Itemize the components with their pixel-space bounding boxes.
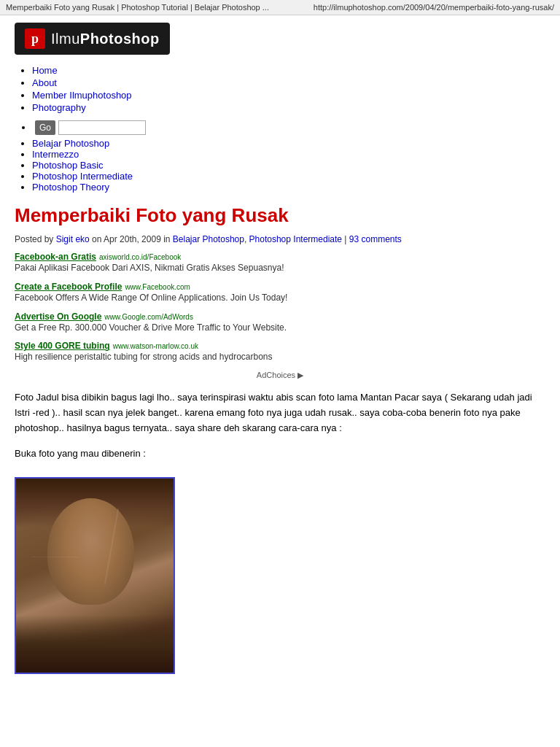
ad-choices: AdChoices ▶ xyxy=(15,371,545,380)
nav-item-about[interactable]: About xyxy=(32,77,57,88)
article-title: Memperbaiki Foto yang Rusak xyxy=(15,204,545,227)
ad-url: www.watson-marlow.co.uk xyxy=(113,342,198,350)
nav-item-member-ilmuphotoshop[interactable]: Member Ilmuphotoshop xyxy=(32,90,132,101)
sub-nav-list-item: Photoshop Intermediate xyxy=(32,171,545,182)
ad-desc: Get a Free Rp. 300.000 Voucher & Drive M… xyxy=(15,322,545,334)
browser-url-right: http://ilmuphotoshop.com/2009/04/20/memp… xyxy=(280,3,554,12)
ad-title-link[interactable]: Advertise On Google xyxy=(15,311,101,322)
ad-choices-arrow: ▶ xyxy=(298,371,303,379)
category-sep: , xyxy=(244,234,249,244)
ad-url: axisworld.co.id/Facebook xyxy=(99,253,181,261)
ad-title-link[interactable]: Style 400 GORE tubing xyxy=(15,341,110,351)
meta-date: on Apr 20th, 2009 in xyxy=(90,234,173,244)
nav-list-item: Home xyxy=(32,65,545,76)
logo-box[interactable]: p IlmuPhotoshop xyxy=(15,23,170,55)
ad-url: www.Google.com/AdWords xyxy=(104,313,193,321)
meta-posted-by: Posted by xyxy=(15,234,56,244)
ad-block: Facebook-an Gratisaxisworld.co.id/Facebo… xyxy=(15,252,545,380)
sub-nav-list-item: Intermezzo xyxy=(32,149,545,160)
search-area: Go xyxy=(15,120,545,135)
sub-nav: Belajar PhotoshopIntermezzoPhotoshop Bas… xyxy=(15,138,545,193)
author-link[interactable]: Sigit eko xyxy=(56,234,90,244)
logo-photoshop: Photoshop xyxy=(80,31,160,47)
ad-item: Style 400 GORE tubingwww.watson-marlow.c… xyxy=(15,341,545,363)
ad-desc: Facebook Offers A Wide Range Of Online A… xyxy=(15,292,545,304)
sub-nav-item-intermezzo[interactable]: Intermezzo xyxy=(32,149,79,160)
meta-pipe: | xyxy=(342,234,349,244)
sub-nav-item-photoshop-intermediate[interactable]: Photoshop Intermediate xyxy=(32,171,133,182)
ad-url: www.Facebook.com xyxy=(125,283,190,291)
main-nav: HomeAboutMember IlmuphotoshopPhotography xyxy=(15,65,545,113)
nav-list-item: Member Ilmuphotoshop xyxy=(32,90,545,101)
sub-nav-item-photoshop-theory[interactable]: Photoshop Theory xyxy=(32,182,109,193)
comments-link[interactable]: 93 comments xyxy=(349,234,402,244)
main-nav-list: HomeAboutMember IlmuphotoshopPhotography xyxy=(15,65,545,113)
article-body-p1: Foto Jadul bisa dibikin bagus lagi lho..… xyxy=(15,390,545,436)
post-meta: Posted by Sigit eko on Apr 20th, 2009 in… xyxy=(15,234,545,244)
sub-nav-item-belajar-photoshop[interactable]: Belajar Photoshop xyxy=(32,138,109,149)
sub-nav-list-item: Photoshop Theory xyxy=(32,182,545,193)
photo-tint xyxy=(16,479,174,673)
ad-title-link[interactable]: Facebook-an Gratis xyxy=(15,252,96,262)
sub-nav-list-item: Belajar Photoshop xyxy=(32,138,545,149)
photo-container xyxy=(15,477,175,674)
category1-link[interactable]: Belajar Photoshop xyxy=(173,234,244,244)
ad-item: Create a Facebook Profilewww.Facebook.co… xyxy=(15,282,545,304)
page-content: p IlmuPhotoshop HomeAboutMember Ilmuphot… xyxy=(0,15,560,684)
nav-item-home[interactable]: Home xyxy=(32,65,58,76)
ad-desc: Pakai Aplikasi Facebook Dari AXIS, Nikma… xyxy=(15,262,545,274)
logo-container: p IlmuPhotoshop xyxy=(15,23,545,55)
category2-link[interactable]: Photoshop Intermediate xyxy=(249,234,342,244)
logo-icon: p xyxy=(25,28,45,49)
ad-item: Advertise On Googlewww.Google.com/AdWord… xyxy=(15,311,545,334)
ad-choices-label: AdChoices xyxy=(257,371,295,379)
nav-list-item: Photography xyxy=(32,102,545,113)
photo-inner xyxy=(16,479,174,673)
sub-nav-list: Belajar PhotoshopIntermezzoPhotoshop Bas… xyxy=(15,138,545,193)
sub-nav-list-item: Photoshop Basic xyxy=(32,160,545,171)
nav-list-item: About xyxy=(32,77,545,88)
logo-ilmu: Ilmu xyxy=(51,31,80,47)
article-title-link[interactable]: Memperbaiki Foto yang Rusak xyxy=(15,204,289,226)
browser-bar: Memperbaiki Foto yang Rusak | Photoshop … xyxy=(0,0,560,15)
article-body-p2: Buka foto yang mau dibenerin : xyxy=(15,446,545,462)
nav-item-photography[interactable]: Photography xyxy=(32,102,86,113)
ad-item: Facebook-an Gratisaxisworld.co.id/Facebo… xyxy=(15,252,545,274)
search-button[interactable]: Go xyxy=(35,120,55,135)
ad-desc: High resilience peristaltic tubing for s… xyxy=(15,351,545,363)
ad-title-link[interactable]: Create a Facebook Profile xyxy=(15,282,122,292)
article-body2: Buka foto yang mau dibenerin : xyxy=(15,446,545,462)
logo-text: IlmuPhotoshop xyxy=(51,31,160,47)
browser-title-left: Memperbaiki Foto yang Rusak | Photoshop … xyxy=(6,3,280,12)
article-body: Foto Jadul bisa dibikin bagus lagi lho..… xyxy=(15,390,545,436)
search-input[interactable] xyxy=(58,120,146,135)
sub-nav-item-photoshop-basic[interactable]: Photoshop Basic xyxy=(32,160,104,171)
